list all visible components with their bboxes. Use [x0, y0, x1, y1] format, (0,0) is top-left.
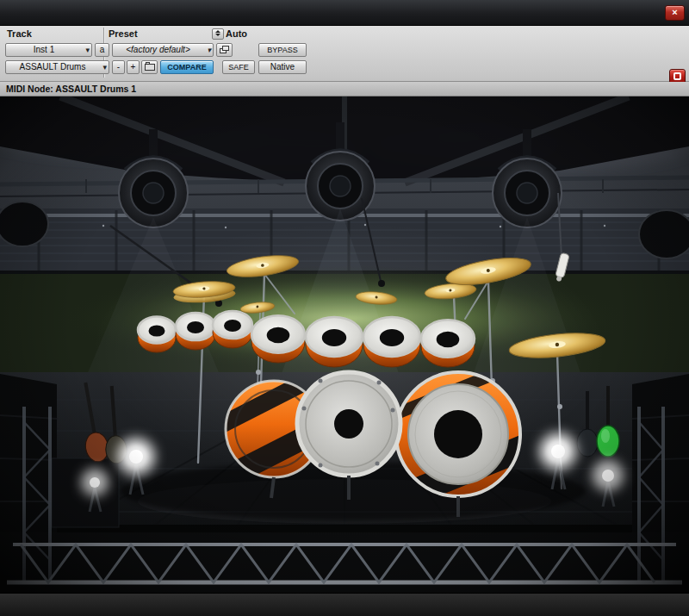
stage-display[interactable] [0, 96, 689, 593]
midi-node-bar: MIDI Node: ASSAULT Drums 1 [0, 82, 689, 96]
track-selector[interactable]: Inst 1▾ [5, 43, 92, 57]
safe-label: SAFE [228, 63, 249, 72]
compare-button[interactable]: COMPARE [160, 60, 214, 74]
preset-selector-value: <factory default> [126, 45, 190, 54]
minus-label: - [117, 62, 120, 72]
auto-label: Auto [226, 28, 247, 39]
footer-bar: Mix FX Routing Presets Load Preset... Sa… [0, 593, 689, 616]
automation-a-button[interactable]: a [95, 43, 109, 57]
compare-label: COMPARE [167, 63, 206, 72]
chevron-up-icon [215, 30, 220, 33]
chevron-down-icon: ▾ [207, 45, 211, 56]
preset-selector[interactable]: <factory default>▾ [112, 43, 214, 57]
plugin-selector-value: ASSAULT Drums [20, 62, 86, 72]
close-button[interactable]: × [665, 5, 685, 21]
native-label: Native [270, 62, 295, 72]
chevron-down-icon: ▾ [85, 45, 90, 56]
midi-node-text: MIDI Node: ASSAULT Drums 1 [6, 84, 136, 94]
plus-label: + [131, 62, 136, 72]
plugin-header: Track Preset Auto Inst 1▾ a ASSAULT Drum… [0, 26, 689, 82]
preset-minus-button[interactable]: - [112, 60, 125, 74]
copy-settings-button[interactable] [216, 43, 233, 57]
safe-button[interactable]: SAFE [222, 60, 255, 74]
vignette-overlay [0, 96, 689, 593]
plugin-selector[interactable]: ASSAULT Drums▾ [5, 60, 109, 74]
preset-label: Preset [109, 28, 138, 39]
copy-icon [220, 46, 230, 54]
chevron-down-icon: ▾ [102, 62, 107, 73]
a-label: a [100, 45, 105, 54]
bypass-label: BYPASS [267, 46, 297, 54]
native-button[interactable]: Native [258, 60, 307, 74]
target-icon [673, 72, 681, 80]
bypass-button[interactable]: BYPASS [258, 43, 307, 57]
track-selector-value: Inst 1 [34, 45, 54, 54]
plugin-window: × Track Preset Auto Inst 1▾ a ASSAULT Dr… [0, 0, 689, 616]
stage-scene-graphic [0, 96, 689, 593]
close-icon: × [672, 7, 677, 17]
preset-plus-button[interactable]: + [127, 60, 140, 74]
preset-up-down-button[interactable] [212, 28, 224, 40]
track-label: Track [7, 28, 32, 39]
chevron-down-icon [215, 34, 220, 36]
librarian-folder-button[interactable] [141, 60, 158, 74]
folder-icon [145, 64, 155, 71]
title-bar: × [0, 0, 689, 26]
